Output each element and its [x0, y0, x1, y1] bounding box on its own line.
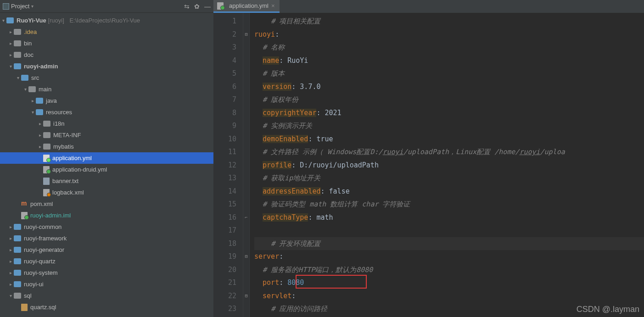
code-line-2[interactable]: ruoyi:: [254, 28, 644, 41]
code-line-21[interactable]: port: 8080: [254, 276, 644, 289]
chevron-down-icon[interactable]: ▾: [31, 4, 34, 9]
code-line-16[interactable]: captchaType: math: [254, 211, 644, 224]
code-line-17[interactable]: [254, 224, 644, 237]
code-area[interactable]: # 项目相关配置ruoyi: # 名称 name: RuoYi # 版本 ver…: [250, 13, 644, 317]
code-line-20[interactable]: # 服务器的HTTP端口，默认为8080: [254, 263, 644, 277]
tree-item[interactable]: ruoyi-quartz: [0, 256, 213, 267]
tree-item[interactable]: java: [0, 95, 213, 106]
tree-item-selected[interactable]: application.yml: [0, 152, 213, 164]
tree-item[interactable]: i18n: [0, 118, 213, 129]
tree-item[interactable]: ruoyi-system: [0, 267, 213, 278]
tree-item[interactable]: banner.txt: [0, 175, 213, 187]
tree-item[interactable]: quartz.sql: [0, 301, 213, 313]
code-line-9[interactable]: # 实例演示开关: [254, 119, 644, 133]
tree-item[interactable]: src: [0, 72, 213, 83]
project-panel: Project ▾ ⇆ ✿ — RuoYi-Vue [ruoyi] E:\Ide…: [0, 0, 213, 317]
tree-item[interactable]: resources: [0, 106, 213, 118]
tab-application-yml[interactable]: application.yml ×: [213, 0, 280, 13]
tree-item[interactable]: logback.xml: [0, 187, 213, 198]
code-line-5[interactable]: # 版本: [254, 67, 644, 80]
code-line-14[interactable]: addressEnabled: false: [254, 185, 644, 198]
code-editor[interactable]: 1234567891011121314151617181920212223 ⊟⌐…: [213, 13, 644, 317]
tree-item[interactable]: ruoyi-framework: [0, 233, 213, 244]
code-line-8[interactable]: copyrightYear: 2021: [254, 106, 644, 120]
close-icon[interactable]: ×: [271, 2, 275, 9]
tree-root[interactable]: RuoYi-Vue [ruoyi] E:\IdeaProjects\RuoYi-…: [0, 15, 213, 26]
tree-item[interactable]: pom.xml: [0, 198, 213, 210]
minimize-icon[interactable]: —: [204, 3, 211, 10]
line-gutter: 1234567891011121314151617181920212223: [213, 13, 243, 317]
tree-item[interactable]: mybatis: [0, 141, 213, 152]
code-line-7[interactable]: # 版权年份: [254, 93, 644, 106]
project-toolbar: Project ▾ ⇆ ✿ —: [0, 0, 213, 13]
gear-icon[interactable]: ✿: [194, 3, 200, 10]
code-line-6[interactable]: version: 3.7.0: [254, 80, 644, 94]
editor-panel: application.yml × 1234567891011121314151…: [213, 0, 644, 317]
tree-item[interactable]: ruoyi-common: [0, 221, 213, 233]
tree-item[interactable]: META-INF: [0, 129, 213, 141]
tree-item[interactable]: ruoyi-ui: [0, 278, 213, 290]
tree-item[interactable]: bin: [0, 38, 213, 49]
tab-label: application.yml: [229, 2, 269, 9]
tree-item[interactable]: application-druid.yml: [0, 164, 213, 175]
code-line-18[interactable]: # 开发环境配置: [254, 237, 644, 250]
tree-item[interactable]: ruoyi-admin: [0, 61, 213, 72]
code-line-15[interactable]: # 验证码类型 math 数组计算 char 字符验证: [254, 198, 644, 211]
tree-item[interactable]: .idea: [0, 26, 213, 38]
project-dropdown[interactable]: Project: [11, 3, 29, 10]
tree-item[interactable]: main: [0, 83, 213, 95]
code-line-11[interactable]: # 文件路径 示例（ Windows配置D:/ruoyi/uploadPath，…: [254, 145, 644, 159]
code-line-19[interactable]: server:: [254, 250, 644, 263]
fold-column[interactable]: ⊟⌐⊟⊟: [243, 13, 250, 317]
tree-item[interactable]: ruoyi-generator: [0, 244, 213, 256]
project-tree[interactable]: RuoYi-Vue [ruoyi] E:\IdeaProjects\RuoYi-…: [0, 13, 213, 317]
code-line-4[interactable]: name: RuoYi: [254, 54, 644, 67]
code-line-23[interactable]: # 应用的访问路径: [254, 302, 644, 316]
tree-item[interactable]: doc: [0, 49, 213, 61]
code-line-3[interactable]: # 名称: [254, 41, 644, 54]
project-icon: [3, 3, 9, 10]
code-line-12[interactable]: profile: D:/ruoyi/uploadPath: [254, 159, 644, 172]
tree-item[interactable]: sql: [0, 290, 213, 301]
editor-tabbar: application.yml ×: [213, 0, 644, 13]
yml-file-icon: [217, 2, 224, 10]
code-line-10[interactable]: demoEnabled: true: [254, 133, 644, 146]
code-line-22[interactable]: servlet:: [254, 289, 644, 303]
code-line-13[interactable]: # 获取ip地址开关: [254, 172, 644, 185]
collapse-icon[interactable]: ⇆: [184, 3, 190, 10]
code-line-1[interactable]: # 项目相关配置: [254, 15, 644, 28]
tree-item[interactable]: ruoyi-admin.iml: [0, 210, 213, 221]
